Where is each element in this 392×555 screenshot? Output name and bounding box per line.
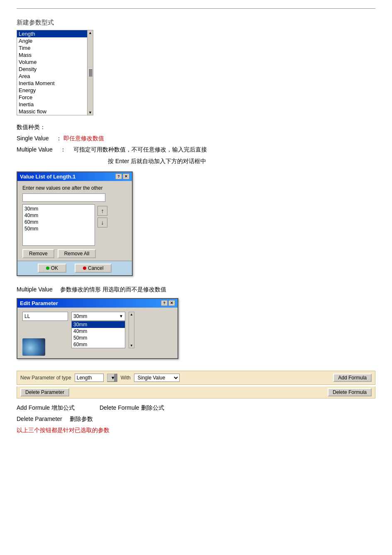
section1-title: 新建参数型式 <box>17 19 375 27</box>
delete-formula-button[interactable]: Delete Formula <box>328 388 372 396</box>
cancel-dot-icon <box>83 266 86 270</box>
edit-help-button[interactable]: ? <box>161 300 168 306</box>
edit-titlebar-buttons: ? ✕ <box>161 300 175 306</box>
ok-button[interactable]: OK <box>38 264 66 273</box>
list-item-inertia[interactable]: Inertia <box>17 101 87 108</box>
note-line: 以上三个按钮都是针对已选取的参数 <box>17 425 375 435</box>
edit-param-watermark <box>22 338 45 356</box>
multiple-value-edit-line: Multiple Value 参数修改的情形 用选取的而不是修改数值 <box>17 284 375 295</box>
param-name-input[interactable] <box>22 312 68 321</box>
delete-param-desc: 删除参数 <box>64 416 93 422</box>
multiple-value-desc2: 按 Enter 后就自动加入下方的对话框中 <box>108 158 206 164</box>
dropdown-item-30mm[interactable]: 30mm <box>72 321 125 328</box>
ok-cancel-row: OK Cancel <box>17 261 132 275</box>
multiple-value-label: Multiple Value <box>17 146 53 153</box>
scrollbar-down-icon[interactable]: ▼ <box>88 110 92 115</box>
single-value-label: Single Value <box>17 135 49 142</box>
value-type-select[interactable]: Single Value Multiple Value <box>134 374 180 382</box>
list-item[interactable]: 30mm <box>24 205 94 212</box>
single-value-desc: 即任意修改数值 <box>63 135 104 142</box>
param-type-listbox[interactable]: Length Angle Time Mass Volume Density Ar… <box>17 30 93 115</box>
help-button[interactable]: ? <box>115 174 122 179</box>
value-list-body: Enter new values one after the other 30m… <box>17 181 132 275</box>
list-item-inertia-moment[interactable]: Inertia Moment <box>17 80 87 87</box>
list-item-force[interactable]: Force <box>17 94 87 101</box>
list-item-volume[interactable]: Volume <box>17 59 87 66</box>
param-value-dropdown[interactable]: 30mm ▼ <box>71 312 125 321</box>
add-formule-label: Add Formule <box>17 404 50 411</box>
list-item[interactable]: 50mm <box>24 225 94 232</box>
multiple-value-label2: Multiple Value <box>17 286 53 293</box>
ok-label: OK <box>51 265 58 271</box>
value-list-content: 30mm 40mm 60mm 50mm ↑ ↓ <box>22 204 127 246</box>
multiple-value-line2: 按 Enter 后就自动加入下方的对话框中 <box>17 156 375 166</box>
single-value-line: Single Value ： 即任意修改数值 <box>17 133 375 144</box>
arrow-buttons: ↑ ↓ <box>97 204 107 246</box>
value-list-titlebar: Value List of Length.1 ? ✕ <box>17 172 132 181</box>
delete-formule-label: Delete Formule <box>100 404 139 411</box>
edit-parameter-dialog: Edit Parameter ? ✕ 30mm ▼ 30mm 40m <box>17 298 178 359</box>
edit-scrollbar-up-icon[interactable]: ▲ <box>130 313 133 316</box>
param-dropdown-list[interactable]: 30mm 40mm 50mm 60mm <box>71 321 125 348</box>
list-item-mass[interactable]: Mass <box>17 51 87 59</box>
value-type-label: 数值种类： <box>17 122 375 132</box>
list-item-density[interactable]: Density <box>17 66 87 73</box>
scrollbar-up-icon[interactable]: ▲ <box>88 31 92 35</box>
edit-param-titlebar: Edit Parameter ? ✕ <box>17 299 178 308</box>
move-up-button[interactable]: ↑ <box>97 206 107 216</box>
close-button[interactable]: ✕ <box>123 174 129 179</box>
param-type-input[interactable] <box>75 374 104 382</box>
dropdown-arrow-icon: ▼ <box>119 314 123 318</box>
dropdown-item-50mm[interactable]: 50mm <box>72 335 125 341</box>
multiple-value-line: Multiple Value ： 可指定可用数种数值，不可任意修改，输入完后直接 <box>17 144 375 155</box>
param-type-dropdown-btn[interactable]: ▼ <box>107 374 117 382</box>
value-items-list[interactable]: 30mm 40mm 60mm 50mm <box>22 204 95 246</box>
ok-dot-icon <box>46 266 49 270</box>
remove-all-button[interactable]: Remove All <box>58 249 96 258</box>
list-item-angle[interactable]: Angle <box>17 37 87 44</box>
remove-buttons: Remove Remove All <box>22 249 127 258</box>
edit-param-body: 30mm ▼ 30mm 40mm 50mm 60mm ▲ ▼ <box>17 308 178 356</box>
top-divider <box>17 8 375 9</box>
cancel-button[interactable]: Cancel <box>75 264 112 273</box>
add-formule-desc: 增加公式 <box>51 404 98 411</box>
delete-parameter-button[interactable]: Delete Parameter <box>20 388 69 396</box>
value-list-instruction: Enter new values one after the other <box>22 185 127 191</box>
edit-scrollbar-down-icon[interactable]: ▼ <box>130 344 133 347</box>
add-formula-button[interactable]: Add Formula <box>333 374 372 382</box>
list-item-time[interactable]: Time <box>17 44 87 51</box>
dropdown-item-40mm[interactable]: 40mm <box>72 328 125 335</box>
list-item-massic-flow[interactable]: Massic flow <box>17 108 87 115</box>
delete-param-line: Delete Parameter 删除参数 <box>17 414 375 424</box>
dropdown-item-60mm[interactable]: 60mm <box>72 341 125 348</box>
value-list-dialog: Value List of Length.1 ? ✕ Enter new val… <box>17 171 133 276</box>
dropdown-current-value: 30mm <box>73 313 87 319</box>
edit-close-button[interactable]: ✕ <box>168 300 175 306</box>
with-label: With <box>121 375 131 381</box>
toolbar-row2: Delete Parameter Delete Formula <box>17 386 375 399</box>
add-formule-line: Add Formule 增加公式 Delete Formule 删除公式 <box>17 403 375 413</box>
list-item-length[interactable]: Length <box>17 30 87 37</box>
list-item[interactable]: 60mm <box>24 219 94 225</box>
multiple-value-desc1: 可指定可用数种数值，不可任意修改，输入完后直接 <box>73 146 207 153</box>
remove-button[interactable]: Remove <box>22 249 54 258</box>
single-value-colon: ： <box>50 135 62 142</box>
delete-param-label: Delete Parameter <box>17 416 62 422</box>
delete-formule-desc: 删除公式 <box>141 404 164 411</box>
scrollbar-thumb[interactable] <box>88 68 93 77</box>
list-item-energy[interactable]: Energy <box>17 87 87 94</box>
value-input-field[interactable] <box>22 193 105 202</box>
edit-param-title: Edit Parameter <box>20 300 58 306</box>
bottom-toolbar: New Parameter of type ▼ With Single Valu… <box>17 371 375 385</box>
listbox-items: Length Angle Time Mass Volume Density Ar… <box>17 30 87 115</box>
list-item[interactable]: 40mm <box>24 212 94 219</box>
multiple-value-colon: ： <box>54 146 72 153</box>
titlebar-buttons: ? ✕ <box>115 174 129 179</box>
multiple-value-edit-desc: 参数修改的情形 用选取的而不是修改数值 <box>54 286 166 293</box>
new-param-label: New Parameter of type <box>20 375 71 381</box>
value-list-title: Value List of Length.1 <box>20 174 75 180</box>
move-down-button[interactable]: ↓ <box>97 218 107 227</box>
list-item-area[interactable]: Area <box>17 73 87 80</box>
cancel-label: Cancel <box>88 265 103 271</box>
